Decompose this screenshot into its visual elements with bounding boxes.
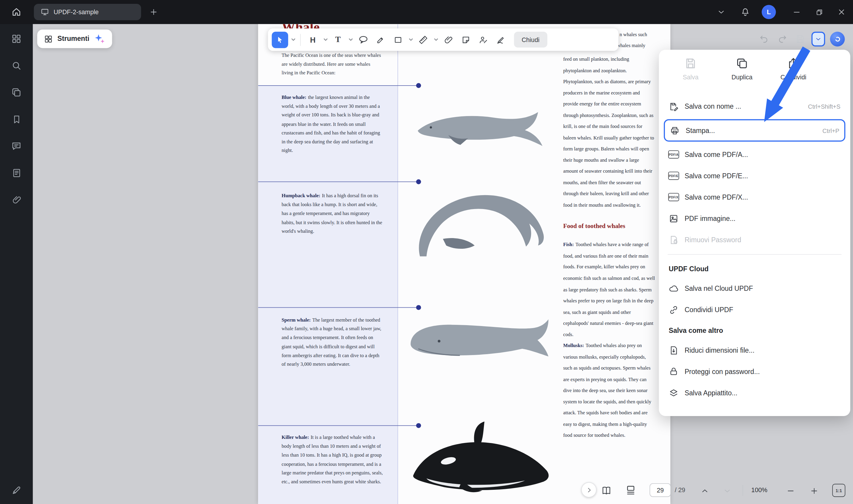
menu-item-riduci-dimensioni[interactable]: Riduci dimensioni file...: [664, 339, 845, 361]
page-number-input[interactable]: 29: [650, 483, 671, 497]
page-total-label: / 29: [675, 487, 685, 493]
toothed-whales-heading: Food of toothed whales: [563, 219, 655, 233]
quick-actions-bar: [757, 31, 845, 47]
save-options-dropdown-button[interactable]: [812, 31, 825, 46]
sidebar-thumbnails-button[interactable]: [11, 33, 22, 45]
actual-size-button[interactable]: 1:1: [832, 484, 845, 497]
sidebar-stylus-button[interactable]: [11, 484, 22, 497]
menu-item-rimuovi-password[interactable]: Rimuovi Password: [664, 229, 845, 251]
duplicate-icon: [735, 57, 748, 70]
text-tool-button[interactable]: T: [330, 32, 345, 48]
zoom-out-button[interactable]: [786, 486, 796, 495]
left-sidebar: [0, 24, 33, 504]
zoom-in-button[interactable]: [810, 486, 819, 495]
mollusks-paragraph: Mollusks:Toothed whales also prey on var…: [563, 340, 655, 441]
square-icon: [393, 35, 403, 44]
sticker-tool-button[interactable]: [458, 32, 474, 48]
close-toolbar-button[interactable]: Chiudi: [514, 32, 547, 48]
shape-tool-button[interactable]: [390, 32, 406, 48]
killer-whale-image: [410, 421, 555, 495]
menu-item-proteggi-password[interactable]: Proteggi con password...: [664, 361, 845, 382]
sidebar-summary-button[interactable]: [11, 167, 22, 179]
chevron-down-icon[interactable]: [322, 32, 328, 48]
printer-icon: [670, 126, 680, 135]
timeline-line: [258, 425, 418, 426]
menu-quick-duplica[interactable]: Duplica: [716, 57, 768, 90]
menu-item-salva-pdfe[interactable]: PDF/E Salva come PDF/E...: [664, 165, 845, 186]
sidebar-attachments-button[interactable]: [11, 194, 22, 206]
menu-item-salva-cloud[interactable]: Salva nel Cloud UPDF: [664, 278, 845, 299]
redo-button[interactable]: [776, 32, 788, 45]
comment-tool-button[interactable]: [355, 32, 371, 48]
zoom-level-label: 100%: [751, 487, 767, 493]
measure-tool-button[interactable]: [415, 32, 431, 48]
menu-item-pdf-immagine[interactable]: PDF immagine...: [664, 208, 845, 229]
sperm-whale-image: [407, 315, 552, 380]
updf-ai-button[interactable]: [830, 31, 845, 46]
page-view-mode-button[interactable]: [600, 485, 614, 496]
menu-item-salva-appiattito[interactable]: Salva Appiattito...: [664, 382, 845, 403]
search-icon: [11, 60, 22, 71]
sidebar-search-button[interactable]: [11, 59, 22, 72]
menu-quick-condividi[interactable]: Condividi: [768, 57, 819, 90]
avatar[interactable]: L: [762, 5, 776, 19]
minimize-button[interactable]: [790, 5, 803, 18]
attachment-tool-button[interactable]: [441, 32, 456, 48]
grid-icon: [11, 34, 22, 44]
pdfe-badge-icon: PDF/E: [669, 171, 678, 181]
select-tool-button[interactable]: [272, 31, 288, 48]
expand-pagebar-button[interactable]: [581, 482, 597, 498]
scroll-view-mode-button[interactable]: [624, 484, 639, 497]
pen-tool-button[interactable]: [373, 32, 388, 48]
save-as-icon: [669, 101, 678, 111]
paperclip-icon: [11, 194, 22, 204]
home-icon: [11, 6, 22, 17]
redo-icon: [777, 34, 787, 44]
sidebar-page-organize-button[interactable]: [11, 87, 22, 98]
cursor-icon: [276, 35, 284, 44]
menu-item-salva-pdfa[interactable]: PDF/A Salva come PDF/A...: [664, 144, 845, 165]
chevron-down-icon[interactable]: [408, 32, 413, 48]
signature-tool-button[interactable]: [476, 32, 491, 48]
tools-grid-icon: [44, 34, 53, 43]
stylus-icon: [11, 485, 22, 496]
blue-whale-image: [415, 105, 552, 155]
link-icon: [669, 305, 678, 314]
tools-panel-button[interactable]: Strumenti: [37, 30, 112, 48]
chevron-down-icon[interactable]: [348, 32, 353, 48]
sidebar-comments-button[interactable]: [11, 140, 22, 152]
annotation-toolbar: H T Chiudi: [268, 29, 618, 51]
previous-page-button[interactable]: [700, 486, 710, 495]
chevron-down-icon[interactable]: [290, 32, 296, 48]
new-tab-button[interactable]: [147, 6, 160, 18]
menu-item-condividi-updf[interactable]: Condividi UPDF: [664, 299, 845, 320]
chevron-down-icon: [815, 35, 822, 42]
menu-item-salva-pdfx[interactable]: PDF/X Salva come PDF/X...: [664, 186, 845, 208]
chevron-down-icon[interactable]: [433, 32, 438, 48]
undo-button[interactable]: [757, 32, 770, 45]
header-tool-button[interactable]: H: [305, 32, 320, 48]
cloud-icon: [669, 283, 678, 293]
menu-quick-salva[interactable]: Salva: [665, 57, 716, 90]
bell-icon: [741, 7, 750, 17]
close-button[interactable]: [835, 5, 848, 18]
menu-item-salva-con-nome[interactable]: Salva con nome ... Ctrl+Shift+S: [664, 96, 845, 117]
ruler-icon: [418, 35, 428, 44]
humpback-whale-paragraph: Humpback whale:It has a high dorsal fin …: [282, 191, 383, 235]
strike-signature-tool-button[interactable]: [493, 32, 509, 48]
home-button[interactable]: [9, 5, 23, 19]
next-page-button[interactable]: [723, 486, 732, 495]
save-button[interactable]: [794, 32, 806, 45]
collapse-toolbar-button[interactable]: [715, 5, 728, 18]
plus-icon: [149, 8, 158, 17]
restore-button[interactable]: [813, 5, 825, 18]
notifications-button[interactable]: [739, 5, 752, 18]
timeline-line: [258, 307, 418, 308]
blue-whale-paragraph: Blue whale:the largest known animal in t…: [282, 93, 383, 155]
chevron-up-icon: [700, 486, 710, 495]
sidebar-bookmarks-button[interactable]: [11, 113, 22, 125]
window-titlebar: UPDF-2-sample L: [0, 0, 853, 24]
restore-icon: [815, 8, 823, 16]
document-tab[interactable]: UPDF-2-sample: [34, 4, 141, 20]
menu-item-stampa[interactable]: Stampa... Ctrl+P: [665, 120, 845, 140]
